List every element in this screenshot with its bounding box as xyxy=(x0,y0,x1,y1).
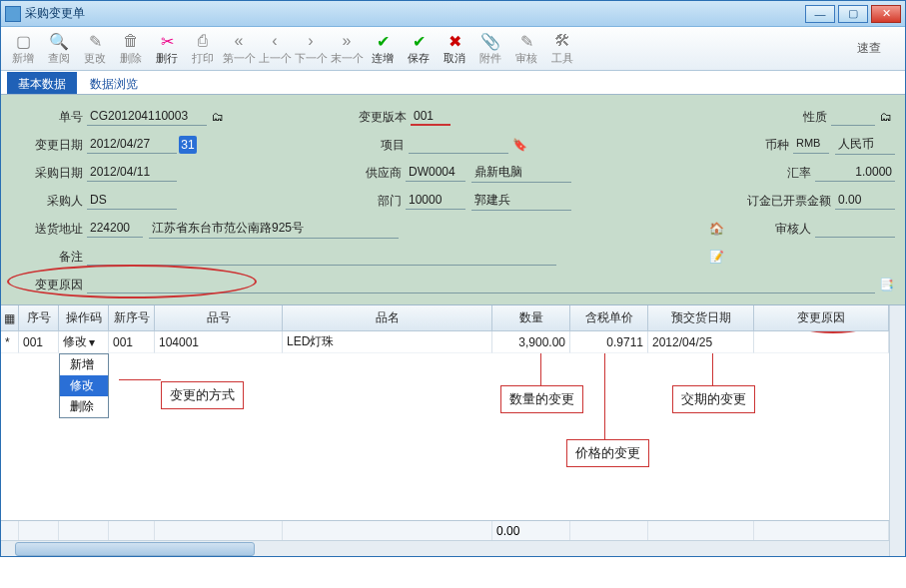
project-lookup-icon[interactable]: 🔖 xyxy=(510,136,528,154)
cell-nseq: 001 xyxy=(109,331,155,353)
val-ship-postal[interactable]: 224200 xyxy=(87,220,143,238)
h-scrollbar[interactable] xyxy=(1,540,889,556)
nature-lookup-icon[interactable]: 🗂 xyxy=(877,108,895,126)
val-change-date[interactable]: 2012/04/27 xyxy=(87,136,177,154)
col-pno[interactable]: 品号 xyxy=(155,305,283,331)
tab-basic-data[interactable]: 基本数据 xyxy=(7,72,77,94)
tb-deleterow[interactable]: ✂删行 xyxy=(149,31,185,66)
note-icon[interactable]: 📝 xyxy=(707,248,725,266)
tb-first[interactable]: «第一个 xyxy=(221,31,257,66)
tb-tools[interactable]: 🛠工具 xyxy=(544,31,580,66)
cell-op[interactable]: 修改▾ xyxy=(59,331,109,353)
cell-pno: 104001 xyxy=(155,331,283,353)
op-option-add[interactable]: 新增 xyxy=(60,354,108,375)
maximize-button[interactable]: ▢ xyxy=(838,5,868,23)
v-scrollbar[interactable] xyxy=(889,305,905,556)
lbl-rate: 汇率 xyxy=(775,165,815,182)
col-selector[interactable]: ▦ xyxy=(1,305,19,331)
tb-save[interactable]: ✔保存 xyxy=(401,31,437,66)
reason-icon[interactable]: 📑 xyxy=(877,276,895,294)
cell-pname: LED灯珠 xyxy=(283,331,492,353)
val-ship-addr[interactable]: 江苏省东台市范公南路925号 xyxy=(149,219,399,239)
tb-edit[interactable]: ✎更改 xyxy=(77,31,113,66)
val-purchase-date[interactable]: 2012/04/11 xyxy=(87,164,177,182)
lbl-shipaddr: 送货地址 xyxy=(11,221,87,238)
tb-cancel[interactable]: ✖取消 xyxy=(437,31,472,66)
window-title: 采购变更单 xyxy=(21,5,802,22)
cell-reason[interactable] xyxy=(754,331,889,353)
col-qty[interactable]: 数量 xyxy=(492,305,570,331)
col-seq[interactable]: 序号 xyxy=(19,305,59,331)
lbl-purchase-date: 采购日期 xyxy=(11,165,87,182)
col-reason[interactable]: 变更原因 xyxy=(754,305,889,331)
grid: ▦ 序号 操作码 新序号 品号 品名 数量 含税单价 预交货日期 变更原因 * … xyxy=(1,304,905,556)
anno-price-change: 价格的变更 xyxy=(566,439,649,467)
op-option-edit[interactable]: 修改 xyxy=(60,375,108,396)
app-icon xyxy=(5,6,21,22)
lbl-supplier: 供应商 xyxy=(342,165,406,182)
tb-last[interactable]: »末一个 xyxy=(329,31,365,66)
val-change-reason[interactable] xyxy=(87,276,875,294)
val-rate[interactable]: 1.0000 xyxy=(815,164,895,182)
tb-new[interactable]: ▢新增 xyxy=(5,31,41,66)
tb-delete[interactable]: 🗑删除 xyxy=(113,31,149,66)
tb-next[interactable]: ›下一个 xyxy=(293,31,329,66)
val-change-ver[interactable]: 001 xyxy=(411,108,451,126)
tb-attach[interactable]: 📎附件 xyxy=(472,31,508,66)
anno-change-method: 变更的方式 xyxy=(161,381,244,409)
val-dept-code[interactable]: 10000 xyxy=(406,192,465,210)
toolbar: ▢新增 🔍查阅 ✎更改 🗑删除 ✂删行 ⎙打印 «第一个 ‹上一个 ›下一个 »… xyxy=(1,27,905,71)
tb-view[interactable]: 🔍查阅 xyxy=(41,31,77,66)
tb-print[interactable]: ⎙打印 xyxy=(185,31,221,66)
val-currency-code[interactable]: RMB xyxy=(793,136,829,154)
tb-prev[interactable]: ‹上一个 xyxy=(257,31,293,66)
lbl-reviewer: 审核人 xyxy=(765,221,815,238)
tab-data-browse[interactable]: 数据浏览 xyxy=(79,72,149,94)
cell-seq: 001 xyxy=(19,331,59,353)
val-buyer[interactable]: DS xyxy=(87,192,177,210)
lbl-dept: 部门 xyxy=(342,193,406,210)
lbl-buyer: 采购人 xyxy=(11,193,87,210)
val-note[interactable] xyxy=(87,248,556,266)
col-price[interactable]: 含税单价 xyxy=(570,305,648,331)
cell-mark: * xyxy=(1,331,19,353)
lbl-order-no: 单号 xyxy=(11,109,87,126)
tb-audit[interactable]: ✎审核 xyxy=(508,31,544,66)
quicksearch-label[interactable]: 速查 xyxy=(857,40,901,57)
op-option-delete[interactable]: 删除 xyxy=(60,396,108,417)
lbl-currency: 币种 xyxy=(753,137,793,154)
cell-price[interactable]: 0.9711 xyxy=(570,331,648,353)
op-dropdown[interactable]: 新增 修改 删除 xyxy=(59,353,109,418)
val-dept-name: 郭建兵 xyxy=(471,191,571,211)
val-order-no[interactable]: CG201204110003 xyxy=(87,108,207,126)
lbl-note: 备注 xyxy=(11,249,87,266)
val-nature[interactable] xyxy=(831,108,875,126)
col-op[interactable]: 操作码 xyxy=(59,305,109,331)
lbl-deposit: 订金已开票金额 xyxy=(735,193,835,210)
cell-qty[interactable]: 3,900.00 xyxy=(492,331,570,353)
val-currency-name: 人民币 xyxy=(835,135,895,155)
col-date[interactable]: 预交货日期 xyxy=(648,305,754,331)
col-nseq[interactable]: 新序号 xyxy=(109,305,155,331)
close-button[interactable]: ✕ xyxy=(871,5,901,23)
val-supplier-code[interactable]: DW0004 xyxy=(406,164,465,182)
anno-qty-change: 数量的变更 xyxy=(500,385,583,413)
val-reviewer[interactable] xyxy=(815,220,895,238)
home-icon[interactable]: 🏠 xyxy=(707,220,725,238)
minimize-button[interactable]: — xyxy=(805,5,835,23)
val-project[interactable] xyxy=(409,136,508,154)
calendar-icon[interactable]: 31 xyxy=(179,136,197,154)
cell-date[interactable]: 2012/04/25 xyxy=(648,331,754,353)
lbl-nature: 性质 xyxy=(791,109,831,126)
grid-body: * 001 修改▾ 001 104001 LED灯珠 3,900.00 0.97… xyxy=(1,331,889,520)
app-window: 采购变更单 — ▢ ✕ ▢新增 🔍查阅 ✎更改 🗑删除 ✂删行 ⎙打印 «第一个… xyxy=(0,0,906,557)
col-pname[interactable]: 品名 xyxy=(283,305,492,331)
lbl-project: 项目 xyxy=(345,137,409,154)
footer-total-qty: 0.00 xyxy=(492,521,570,541)
form-area: 单号 CG201204110003 🗂 变更版本 001 性质 🗂 变更日期 2… xyxy=(1,95,905,304)
lookup-icon[interactable]: 🗂 xyxy=(209,108,227,126)
tb-continuous-add[interactable]: ✔连增 xyxy=(365,31,401,66)
tabs: 基本数据 数据浏览 xyxy=(1,71,905,95)
table-row[interactable]: * 001 修改▾ 001 104001 LED灯珠 3,900.00 0.97… xyxy=(1,331,889,353)
val-deposit[interactable]: 0.00 xyxy=(835,192,895,210)
